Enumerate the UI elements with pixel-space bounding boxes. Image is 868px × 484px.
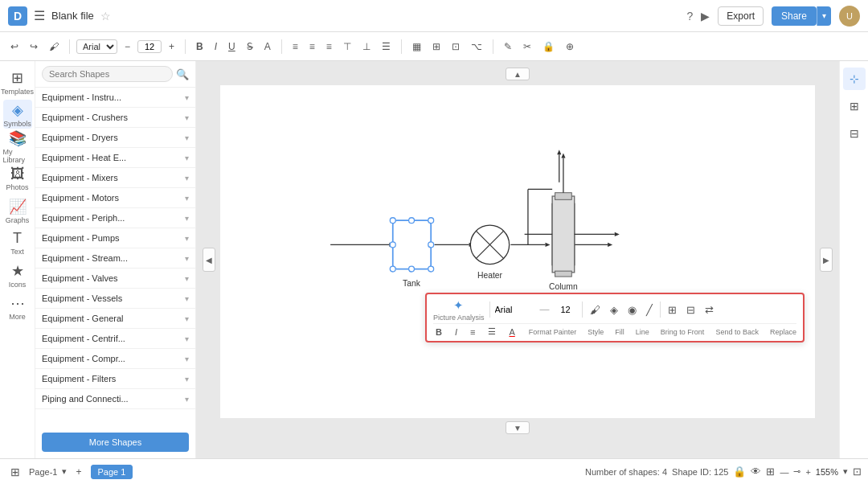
table-button[interactable]: ▦ (408, 39, 425, 54)
sidebar-item-icons[interactable]: ★ Icons (3, 260, 32, 289)
float-list-button[interactable]: ☰ (485, 326, 498, 338)
share-button[interactable]: Share (772, 6, 817, 26)
connection-icon[interactable]: ⊸ (793, 466, 800, 477)
font-size-input[interactable] (137, 40, 162, 53)
more1-button[interactable]: ⌥ (467, 39, 486, 54)
user-avatar[interactable]: U (839, 6, 860, 27)
layout-icon[interactable]: ⊞ (766, 466, 775, 478)
lock-icon[interactable]: 🔒 (733, 466, 746, 478)
dash-icon[interactable]: — (780, 467, 788, 477)
right-panel-grid-icon[interactable]: ⊟ (843, 122, 866, 145)
sidebar-item-text[interactable]: T Text (3, 228, 32, 257)
grid-button[interactable]: ⊞ (428, 39, 444, 54)
category-equipment-instru[interactable]: Equipment - Instru... ▾ (35, 88, 195, 108)
float-style-label: Style (588, 328, 604, 336)
scroll-left-button[interactable]: ◀ (203, 248, 215, 272)
category-equipment-general[interactable]: Equipment - General ▾ (35, 309, 195, 329)
text-middle-button[interactable]: ⊥ (358, 39, 375, 54)
canvas-area[interactable]: ▲ ◀ ▶ ▼ (196, 61, 839, 458)
lock-button[interactable]: 🔒 (538, 39, 559, 54)
align-left-button[interactable]: ≡ (289, 39, 302, 54)
zoom-decrease[interactable]: + (805, 467, 810, 477)
chevron-down-icon: ▾ (185, 375, 189, 384)
sidebar-item-library[interactable]: 📚 My Library (3, 132, 32, 161)
svg-rect-29 (555, 193, 572, 200)
float-italic-button[interactable]: I (452, 326, 460, 338)
fit-screen-icon[interactable]: ⊡ (853, 466, 862, 478)
zoom-dropdown[interactable]: ▾ (843, 466, 848, 477)
eye-icon[interactable]: 👁 (751, 466, 761, 478)
category-equipment-heat[interactable]: Equipment - Heat E... ▾ (35, 148, 195, 168)
crop-button[interactable]: ✂ (519, 39, 535, 54)
category-equipment-vessels[interactable]: Equipment - Vessels ▾ (35, 289, 195, 309)
share-dropdown[interactable]: ▾ (817, 6, 831, 26)
float-font-name[interactable] (495, 305, 535, 314)
menu-icon[interactable]: ☰ (34, 8, 45, 23)
float-bold-button[interactable]: B (433, 326, 444, 338)
category-equipment-crushers[interactable]: Equipment - Crushers ▾ (35, 108, 195, 128)
align-center-button[interactable]: ≡ (305, 39, 319, 54)
page-settings-icon[interactable]: ⊞ (6, 464, 24, 480)
float-send-back-icon[interactable]: ⊟ (684, 303, 698, 317)
paint-format-button[interactable]: 🖌 (45, 39, 63, 54)
sidebar-item-photos[interactable]: 🖼 Photos (3, 164, 32, 193)
search-input[interactable] (42, 66, 173, 82)
font-family-select[interactable]: Arial (76, 39, 117, 54)
category-equipment-stream[interactable]: Equipment - Stream... ▾ (35, 248, 195, 269)
float-align-button[interactable]: ≡ (468, 326, 477, 338)
category-equipment-dryers[interactable]: Equipment - Dryers ▾ (35, 128, 195, 148)
sidebar-item-templates[interactable]: ⊞ Templates (3, 68, 32, 96)
search-icon[interactable]: 🔍 (176, 68, 189, 80)
float-font-size[interactable] (555, 305, 577, 314)
strikethrough-button[interactable]: S̶ (243, 39, 257, 54)
category-equipment-centrif[interactable]: Equipment - Centrif... ▾ (35, 329, 195, 349)
underline-button[interactable]: U (224, 39, 240, 54)
redo-button[interactable]: ↪ (26, 39, 42, 54)
sidebar-item-more[interactable]: ⋯ More (3, 293, 32, 322)
category-equipment-periph[interactable]: Equipment - Periph... ▾ (35, 208, 195, 228)
text-top-button[interactable]: ⊤ (339, 39, 355, 54)
edit-button[interactable]: ✎ (500, 39, 516, 54)
category-equipment-pumps[interactable]: Equipment - Pumps ▾ (35, 228, 195, 248)
svg-marker-9 (557, 150, 561, 154)
font-size-decrease[interactable]: − (121, 39, 134, 54)
italic-button[interactable]: I (211, 39, 221, 54)
float-style-icon[interactable]: ◈ (608, 303, 620, 317)
float-fill-icon[interactable]: ◉ (625, 303, 639, 317)
bold-button[interactable]: B (192, 39, 207, 54)
page-dropdown-arrow[interactable]: ▾ (62, 466, 67, 477)
float-color-button[interactable]: A (506, 326, 517, 338)
font-color-button[interactable]: A (260, 39, 275, 54)
sidebar-item-symbols[interactable]: ◈ Symbols (3, 100, 32, 129)
sidebar-item-graphs[interactable]: 📈 Graphs (3, 196, 32, 225)
category-equipment-mixers[interactable]: Equipment - Mixers ▾ (35, 168, 195, 188)
star-icon[interactable]: ☆ (100, 10, 111, 23)
scroll-right-button[interactable]: ▶ (820, 248, 833, 272)
add-page-button[interactable]: + (72, 465, 85, 479)
float-format-painter-icon[interactable]: 🖌 (588, 303, 603, 317)
help-icon[interactable]: ? (686, 10, 693, 23)
export-button[interactable]: Export (718, 6, 764, 26)
scroll-down-button[interactable]: ▼ (506, 421, 530, 434)
category-piping[interactable]: Piping and Connecti... ▾ (35, 389, 195, 409)
font-size-increase[interactable]: + (165, 39, 178, 54)
picture-analysis-button[interactable]: ✦ (451, 297, 466, 314)
more-shapes-button[interactable]: More Shapes (42, 433, 189, 452)
category-equipment-compr[interactable]: Equipment - Compr... ▾ (35, 349, 195, 369)
right-panel-layout-icon[interactable]: ⊞ (843, 95, 866, 117)
embed-button[interactable]: ⊕ (562, 39, 578, 54)
insert-button[interactable]: ⊡ (448, 39, 464, 54)
right-panel-cursor-icon[interactable]: ⊹ (843, 68, 866, 90)
category-equipment-motors[interactable]: Equipment - Motors ▾ (35, 188, 195, 208)
play-icon[interactable]: ▶ (701, 10, 710, 23)
float-line-icon[interactable]: ╱ (644, 303, 655, 317)
align-right-button[interactable]: ≡ (322, 39, 336, 54)
category-equipment-valves[interactable]: Equipment - Valves ▾ (35, 269, 195, 289)
float-bring-front-icon[interactable]: ⊞ (665, 303, 679, 317)
scroll-up-button[interactable]: ▲ (506, 68, 530, 80)
page-tab-1[interactable]: Page 1 (91, 465, 133, 479)
category-equipment-filters[interactable]: Equipment - Filters ▾ (35, 369, 195, 389)
undo-button[interactable]: ↩ (6, 39, 23, 54)
float-replace-icon[interactable]: ⇄ (702, 303, 716, 317)
list-button[interactable]: ☰ (378, 39, 395, 54)
